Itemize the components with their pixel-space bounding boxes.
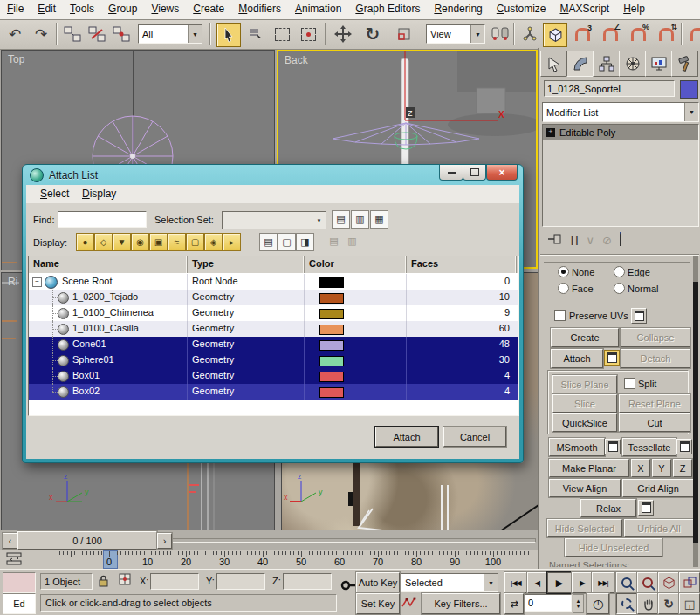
attach-button[interactable]: Attach: [551, 349, 603, 368]
menu-file[interactable]: File: [0, 0, 31, 18]
table-row[interactable]: 1_0200_TejadoGeometry10: [29, 290, 518, 305]
undo-icon[interactable]: ↶: [3, 23, 26, 45]
angle-snap-toggle[interactable]: ∠: [599, 23, 621, 45]
create-selection-set-icon[interactable]: ▤: [332, 210, 350, 229]
column-header-name[interactable]: Name: [29, 256, 188, 273]
new-key-default-inout-tangents[interactable]: [401, 596, 417, 612]
planar-x-button[interactable]: X: [631, 459, 650, 477]
display-geometry-icon[interactable]: ●: [76, 233, 94, 251]
dropdown-arrow-icon[interactable]: ▼: [188, 25, 202, 43]
x-coordinate-field[interactable]: [150, 573, 199, 590]
viewport-label[interactable]: Ri: [8, 276, 17, 288]
key-mode-dropdown[interactable]: Selected ▼: [401, 573, 498, 592]
table-row[interactable]: Box01Geometry4: [29, 368, 518, 384]
planar-y-button[interactable]: Y: [652, 459, 671, 477]
planar-z-button[interactable]: Z: [673, 459, 692, 477]
absolute-offset-mode-toggle[interactable]: [119, 573, 132, 588]
dialog-cancel-button[interactable]: Cancel: [443, 427, 506, 447]
tab-modify[interactable]: [566, 51, 594, 77]
menu-edit[interactable]: Edit: [31, 0, 63, 18]
display-influences-icon[interactable]: ▥: [344, 233, 360, 249]
show-end-result-button[interactable]: | |: [571, 236, 578, 245]
dialog-menu-select[interactable]: Select: [33, 185, 76, 203]
dropdown-arrow-icon[interactable]: ▼: [470, 25, 484, 43]
dialog-attach-button[interactable]: Attach: [375, 427, 438, 447]
next-frame-button[interactable]: |▶: [572, 572, 592, 593]
object-color-swatch[interactable]: [319, 387, 344, 398]
rectangular-selection-region-button[interactable]: [271, 23, 293, 45]
split-checkbox[interactable]: [624, 378, 635, 389]
unlink-selection-icon[interactable]: [86, 23, 108, 45]
spinner-snap-toggle[interactable]: ⇅: [655, 23, 677, 45]
object-color-swatch[interactable]: [319, 293, 344, 304]
slice-button[interactable]: Slice: [552, 394, 617, 413]
preserve-uvs-checkbox[interactable]: [554, 310, 566, 321]
set-key-button[interactable]: Set Key: [356, 593, 400, 614]
viewport-label[interactable]: Top: [8, 53, 24, 65]
select-and-scale-button[interactable]: [393, 23, 415, 45]
remove-modifier-button[interactable]: ⊘: [602, 234, 612, 247]
partial-toolbar-icon[interactable]: [686, 23, 700, 45]
collapse-button[interactable]: Collapse: [621, 328, 690, 347]
tab-motion[interactable]: [619, 51, 646, 77]
menu-rendering[interactable]: Rendering: [427, 0, 489, 18]
quickslice-button[interactable]: QuickSlice: [552, 413, 617, 432]
time-slider-thumb[interactable]: 0 / 100: [17, 531, 157, 550]
current-frame-field[interactable]: [525, 594, 572, 612]
add-to-selection-set-icon[interactable]: ▥: [351, 210, 369, 229]
select-all-icon[interactable]: ▤: [259, 233, 278, 251]
key-filters-button[interactable]: Key Filters...: [422, 593, 500, 614]
object-color-swatch[interactable]: [319, 309, 344, 319]
maximize-viewport-toggle[interactable]: ◱: [679, 593, 700, 614]
select-invert-icon[interactable]: ◨: [296, 233, 314, 251]
modifier-stack-item[interactable]: +Editable Poly: [543, 125, 698, 140]
preserve-uvs-settings-button[interactable]: [631, 308, 647, 324]
object-color-swatch[interactable]: [319, 372, 344, 382]
menu-tools[interactable]: Tools: [63, 0, 101, 18]
display-space-warps-icon[interactable]: ≈: [168, 233, 186, 251]
selection-filter-dropdown[interactable]: All ▼: [138, 24, 202, 44]
dialog-menu-display[interactable]: Display: [75, 185, 123, 203]
unhide-all-button[interactable]: Unhide All: [624, 519, 694, 537]
display-children-icon[interactable]: ▤: [326, 233, 342, 249]
tab-hierarchy[interactable]: [593, 51, 620, 77]
menu-views[interactable]: Views: [144, 0, 186, 18]
panel-scrollbar[interactable]: [693, 256, 698, 567]
frame-spinner[interactable]: ▲▼: [573, 594, 584, 613]
bind-to-space-warp-icon[interactable]: [110, 23, 133, 45]
select-object-button[interactable]: [216, 23, 241, 47]
tab-display[interactable]: [645, 51, 672, 77]
relax-settings-button[interactable]: [638, 500, 654, 516]
menu-create[interactable]: Create: [186, 0, 231, 18]
tessellate-button[interactable]: Tessellate: [622, 438, 676, 456]
use-pivot-point-center-button[interactable]: [489, 23, 511, 45]
create-button[interactable]: Create: [551, 328, 619, 347]
attach-list-settings-button[interactable]: [604, 350, 620, 366]
tab-create[interactable]: [540, 51, 567, 77]
display-bones-icon[interactable]: ▸: [223, 233, 241, 251]
object-color-swatch[interactable]: [319, 277, 344, 288]
select-and-link-icon[interactable]: [61, 23, 84, 45]
time-configuration-button[interactable]: ◷: [587, 593, 609, 614]
display-xrefs-icon[interactable]: ◈: [204, 233, 223, 251]
object-name-field[interactable]: [544, 80, 675, 97]
subtract-from-selection-set-icon[interactable]: ▦: [370, 210, 388, 229]
tessellate-settings-button[interactable]: [676, 439, 692, 454]
constraint-normal[interactable]: Normal: [614, 283, 683, 294]
previous-frame-arrow[interactable]: ‹: [3, 533, 17, 549]
radio-none[interactable]: [558, 266, 569, 277]
maxscript-mini-listener[interactable]: [3, 572, 36, 593]
maximize-button[interactable]: [463, 165, 486, 181]
select-and-rotate-button[interactable]: ↻: [361, 23, 384, 45]
selection-set-dropdown[interactable]: ▼: [222, 211, 326, 229]
display-cameras-icon[interactable]: ◉: [131, 233, 149, 251]
constraint-edge[interactable]: Edge: [614, 266, 683, 277]
minimize-button[interactable]: [439, 165, 463, 181]
cut-button[interactable]: Cut: [619, 413, 690, 432]
redo-icon[interactable]: ↷: [30, 23, 52, 45]
menu-maxscript[interactable]: MAXScript: [553, 0, 617, 18]
display-shapes-icon[interactable]: ◇: [94, 233, 113, 251]
make-planar-button[interactable]: Make Planar: [549, 459, 629, 477]
pin-stack-button[interactable]: [547, 233, 563, 247]
object-color-swatch[interactable]: [680, 80, 698, 99]
